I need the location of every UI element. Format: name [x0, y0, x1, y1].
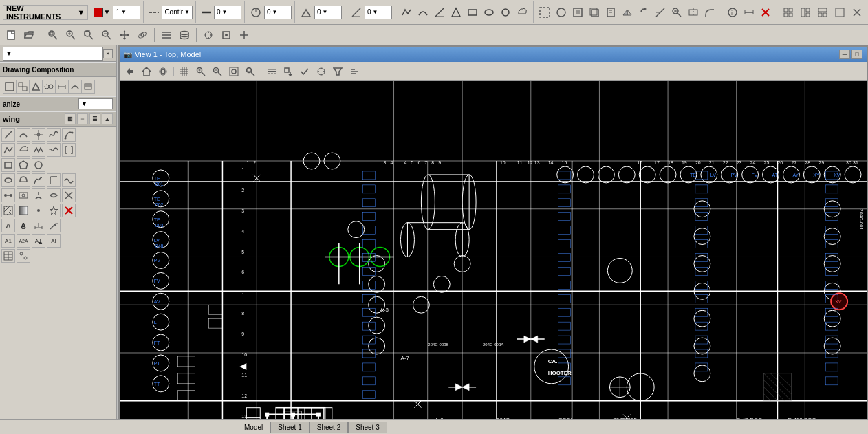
view-btn-2[interactable] [797, 4, 814, 21]
rect-draw-btn[interactable] [1, 158, 15, 172]
text-btn[interactable]: A [1, 219, 15, 232]
zigzag2-btn[interactable] [62, 173, 76, 187]
cloud-tool[interactable] [514, 4, 530, 21]
attdef2-btn[interactable]: A2A [17, 234, 30, 248]
zoom-magnify-tool[interactable] [669, 4, 685, 21]
trim-tool[interactable] [652, 4, 669, 21]
comp-tool-6[interactable] [68, 80, 82, 94]
arc-tool[interactable] [415, 4, 431, 21]
model-tab[interactable]: Model [237, 422, 270, 433]
zoom-all-btn[interactable] [80, 27, 97, 43]
freehand-btn[interactable] [32, 173, 45, 187]
spline-btn[interactable] [47, 128, 61, 142]
ellipse-draw-btn[interactable] [1, 173, 15, 187]
pline-btn[interactable] [1, 143, 15, 157]
leader-btn[interactable] [47, 219, 61, 232]
comp-tool-1[interactable] [3, 80, 17, 94]
point-btn[interactable] [32, 204, 45, 217]
bezier-btn[interactable] [62, 128, 76, 142]
copy-tool[interactable] [586, 4, 603, 21]
wing-expand-btn[interactable]: ▲ [102, 113, 113, 124]
comp-tool-4[interactable] [42, 80, 56, 94]
zoom-window-btn[interactable] [45, 27, 61, 43]
panel-close-button[interactable]: × [103, 49, 113, 58]
modify1-btn[interactable] [1, 188, 15, 202]
thickness-select[interactable]: 0 ▼ [365, 6, 392, 19]
vt-zoomall-btn[interactable] [226, 63, 241, 80]
pan-btn[interactable] [116, 27, 133, 43]
modify2-btn[interactable] [17, 188, 30, 202]
modify4-btn[interactable] [47, 188, 61, 202]
vt-settings-btn[interactable] [155, 63, 171, 80]
vt-filter-btn[interactable] [330, 63, 345, 80]
attdef4-btn[interactable]: AI [47, 234, 61, 248]
select-tool[interactable] [536, 4, 553, 21]
mirror-tool[interactable] [619, 4, 636, 21]
circle-tool[interactable] [497, 4, 514, 21]
modify3-btn[interactable] [32, 188, 45, 202]
maximize-btn[interactable] [832, 4, 848, 21]
sheet2-tab[interactable]: Sheet 2 [310, 422, 348, 433]
properties-btn[interactable] [158, 27, 175, 43]
multileader-btn[interactable] [17, 249, 30, 263]
color-button[interactable]: ▼ [91, 4, 113, 21]
view-minimize-btn[interactable]: ─ [839, 50, 850, 59]
cloud-draw-btn[interactable] [17, 143, 30, 157]
rect-tool[interactable] [464, 4, 481, 21]
sheet3-tab[interactable]: Sheet 3 [348, 422, 387, 433]
wing-list2-btn[interactable]: ≣ [89, 113, 100, 124]
close-windows-btn[interactable] [849, 4, 865, 21]
new-btn[interactable] [3, 27, 19, 43]
paste-tool[interactable] [603, 4, 619, 21]
view-btn-3[interactable] [814, 4, 831, 21]
gradient-btn[interactable] [17, 204, 30, 217]
select-tool-2[interactable] [553, 4, 569, 21]
vt-snap-btn[interactable] [314, 63, 329, 80]
modify5-btn[interactable] [62, 188, 76, 202]
polygon-btn[interactable] [17, 158, 30, 172]
hatch-btn[interactable] [1, 204, 15, 217]
comp-tool-3[interactable] [29, 80, 43, 94]
table-btn[interactable] [1, 249, 15, 263]
zigzag-btn[interactable] [32, 143, 45, 157]
fillet-tool[interactable] [702, 4, 718, 21]
triangle-tool[interactable] [448, 4, 464, 21]
open-btn[interactable] [21, 27, 37, 43]
vt-zoomwin-btn[interactable] [243, 63, 258, 80]
property-tool[interactable] [569, 4, 586, 21]
dimension-btn[interactable] [32, 219, 45, 232]
view-restore-btn[interactable]: □ [851, 50, 862, 59]
xline-btn[interactable] [32, 128, 45, 142]
vt-checkup-btn[interactable] [297, 63, 312, 80]
vt-back-btn[interactable] [122, 63, 138, 80]
zoom-in-btn[interactable] [63, 27, 79, 43]
info-tool[interactable]: i [724, 4, 741, 21]
vt-home-btn[interactable] [139, 63, 154, 80]
halfcircle-btn[interactable] [17, 173, 30, 187]
vt-zoomout-btn[interactable] [210, 63, 225, 80]
cancel-tool[interactable] [757, 4, 774, 21]
osnap-btn[interactable] [218, 27, 235, 43]
ortho-btn[interactable] [236, 27, 252, 43]
organize-dropdown[interactable]: ▼ [78, 98, 113, 109]
circle-draw-btn[interactable] [32, 158, 45, 172]
corner-btn[interactable] [47, 173, 61, 187]
attdef3-btn[interactable]: A1̲ [32, 234, 45, 248]
rotate-tool[interactable] [636, 4, 652, 21]
app-menu-button[interactable]: NEW INSTRUMENTS ▼ [3, 5, 88, 20]
lineweight-select[interactable]: 0 ▼ [214, 6, 241, 19]
layers-btn[interactable] [176, 27, 193, 43]
vt-insert-btn[interactable] [281, 63, 296, 80]
ellipse-tool[interactable] [481, 4, 497, 21]
stretch-tool[interactable] [685, 4, 702, 21]
arc-draw-btn[interactable] [17, 128, 30, 142]
wave-btn[interactable] [47, 143, 61, 157]
measure-tool[interactable] [741, 4, 757, 21]
sheet1-tab[interactable]: Sheet 1 [270, 422, 309, 433]
vt-linetype-btn[interactable] [264, 63, 279, 80]
comp-tool-5[interactable] [55, 80, 69, 94]
cancel-tool-2[interactable] [62, 204, 76, 217]
orbit-btn[interactable] [134, 27, 151, 43]
scale-select[interactable]: 0 ▼ [264, 6, 292, 19]
bracket-btn[interactable] [62, 143, 76, 157]
